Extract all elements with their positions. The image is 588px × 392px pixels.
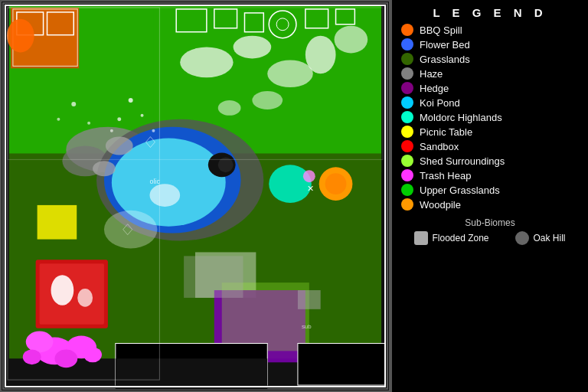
legend-dot: [401, 67, 413, 80]
svg-point-50: [7, 19, 34, 53]
legend-item-label: Woodpile: [420, 199, 461, 211]
legend-item: Woodpile: [401, 198, 579, 211]
legend-item: Koi Pond: [401, 96, 579, 109]
legend-item: Haze: [401, 67, 579, 80]
svg-point-39: [104, 211, 157, 249]
legend-dot: [401, 24, 413, 36]
map-container: olic: [0, 0, 390, 392]
svg-point-70: [303, 170, 315, 182]
oak-hill-label: Oak Hill: [533, 233, 565, 243]
legend-dot: [401, 126, 413, 138]
legend-panel: L E G E N D BBQ SpillFlower BedGrassland…: [390, 0, 588, 392]
legend-item: BBQ Spill: [401, 24, 579, 36]
svg-text:sub: sub: [302, 323, 312, 330]
svg-rect-71: [184, 256, 243, 298]
flooded-zone-icon: [414, 231, 428, 245]
legend-dot: [401, 155, 413, 167]
legend-dot: [401, 184, 413, 196]
svg-point-28: [149, 184, 180, 207]
svg-point-48: [83, 347, 102, 362]
svg-point-22: [218, 100, 241, 116]
legend-item: Picnic Table: [401, 126, 579, 138]
svg-point-49: [23, 349, 41, 364]
legend-item-label: Upper Grasslands: [420, 185, 500, 196]
legend-dot: [401, 198, 413, 211]
legend-item-label: Haze: [420, 68, 443, 80]
svg-point-66: [87, 122, 90, 125]
legend-item-label: Trash Heap: [420, 170, 471, 181]
svg-point-59: [129, 98, 133, 103]
flooded-zone-label: Flooded Zone: [432, 233, 488, 243]
oak-hill-icon: [515, 231, 529, 245]
svg-point-16: [180, 47, 233, 78]
svg-point-32: [269, 165, 312, 203]
legend-item-label: BBQ Spill: [420, 24, 462, 36]
svg-point-52: [325, 173, 347, 194]
svg-point-42: [106, 137, 133, 155]
legend-item-label: Moldorc Highlands: [420, 112, 502, 123]
legend-item: Sandbox: [401, 140, 579, 152]
svg-point-21: [252, 91, 283, 109]
svg-point-65: [57, 118, 60, 121]
svg-point-20: [335, 26, 368, 54]
legend-title: L E G E N D: [401, 6, 579, 19]
sub-biome-flooded: Flooded Zone: [414, 231, 488, 245]
legend-item-label: Koi Pond: [420, 97, 460, 109]
svg-point-18: [267, 60, 313, 87]
legend-item-label: Grasslands: [420, 54, 470, 65]
legend-item: Upper Grasslands: [401, 184, 579, 196]
legend-item: Hedge: [401, 82, 579, 94]
legend-dot: [401, 82, 413, 94]
svg-point-62: [152, 129, 155, 132]
legend-item: Flower Bed: [401, 38, 579, 51]
svg-point-43: [93, 161, 116, 176]
legend-item: Moldorc Highlands: [401, 111, 579, 123]
svg-point-46: [26, 332, 54, 353]
svg-point-35: [51, 275, 74, 305]
svg-point-19: [305, 36, 336, 74]
svg-rect-55: [298, 343, 385, 385]
legend-item-label: Sandbox: [420, 141, 459, 152]
legend-item-label: Picnic Table: [420, 126, 472, 138]
legend-dot: [401, 53, 413, 65]
legend-items: BBQ SpillFlower BedGrasslandsHazeHedgeKo…: [401, 24, 579, 213]
legend-item-label: Hedge: [420, 83, 449, 94]
legend-item: Shed Surroundings: [401, 155, 579, 167]
svg-rect-37: [38, 205, 77, 240]
svg-point-17: [234, 36, 272, 59]
legend-item: Trash Heap: [401, 169, 579, 181]
svg-point-63: [110, 129, 113, 132]
legend-item-label: Flower Bed: [420, 39, 470, 51]
svg-point-64: [71, 102, 76, 106]
sub-biomes-row: Flooded Zone Oak Hill: [401, 231, 579, 245]
svg-point-36: [77, 289, 93, 307]
legend-dot: [401, 111, 413, 123]
legend-dot: [401, 169, 413, 181]
svg-rect-72: [298, 290, 321, 309]
svg-point-61: [117, 117, 121, 121]
legend-dot: [401, 140, 413, 152]
legend-item: Grasslands: [401, 53, 579, 65]
legend-dot: [401, 38, 413, 51]
sub-biome-oak-hill: Oak Hill: [515, 231, 565, 245]
legend-item-label: Shed Surroundings: [420, 155, 505, 167]
svg-rect-54: [116, 358, 267, 389]
svg-text:olic: olic: [149, 178, 160, 185]
legend-dot: [401, 96, 413, 109]
svg-point-60: [141, 114, 144, 117]
sub-biomes-title: Sub-Biomes: [401, 217, 579, 228]
svg-text:✕: ✕: [307, 184, 314, 193]
svg-point-47: [54, 349, 77, 368]
